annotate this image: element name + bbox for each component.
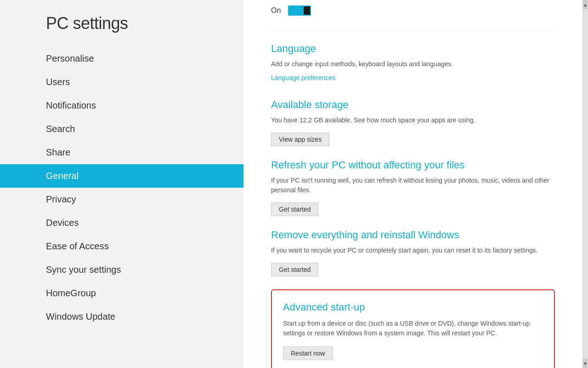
refresh-pc-title: Refresh your PC without affecting your f… (271, 159, 555, 171)
refresh-pc-button[interactable]: Get started (271, 202, 318, 216)
sidebar-item-share[interactable]: Share (0, 141, 243, 164)
remove-everything-title: Remove everything and reinstall Windows (271, 229, 555, 241)
app-title: PC settings (0, 14, 243, 47)
language-title: Language (271, 43, 555, 55)
scroll-up-button[interactable]: ▲ (582, 0, 588, 9)
advanced-startup-title: Advanced start-up (283, 301, 543, 313)
section-refresh-pc: Refresh your PC without affecting your f… (271, 146, 555, 216)
sidebar-item-privacy[interactable]: Privacy (0, 188, 243, 211)
toggle-switch[interactable] (288, 6, 311, 16)
remove-everything-button[interactable]: Get started (271, 263, 318, 276)
scroll-down-button[interactable]: ▼ (582, 359, 588, 368)
scrollbar: ▲ ▼ (582, 0, 588, 368)
section-available-storage: Available storageYou have 12.2 GB availa… (271, 86, 555, 146)
restart-now-button[interactable]: Restart now (283, 346, 333, 360)
sidebar-item-general[interactable]: General (0, 164, 243, 188)
sidebar-item-sync-your-settings[interactable]: Sync your settings (0, 258, 243, 282)
refresh-pc-desc: If your PC isn't running well, you can r… (271, 176, 555, 195)
sidebar: PC settings PersonaliseUsersNotification… (0, 0, 243, 368)
available-storage-title: Available storage (271, 99, 555, 111)
toggle-row: On (271, 0, 555, 30)
toggle-label: On (271, 6, 281, 15)
remove-everything-desc: If you want to recycle your PC or comple… (271, 246, 555, 255)
sidebar-item-users[interactable]: Users (0, 70, 243, 94)
sidebar-item-notifications[interactable]: Notifications (0, 94, 243, 117)
advanced-startup-desc: Start up from a device or disc (such as … (283, 319, 543, 338)
language-desc: Add or change input methods, keyboard la… (271, 59, 555, 69)
section-language: LanguageAdd or change input methods, key… (271, 30, 555, 86)
sidebar-item-windows-update[interactable]: Windows Update (0, 305, 243, 328)
sidebar-item-ease-of-access[interactable]: Ease of Access (0, 235, 243, 258)
sidebar-item-devices[interactable]: Devices (0, 211, 243, 235)
main-content: On LanguageAdd or change input methods, … (243, 0, 582, 368)
sidebar-item-homegroup[interactable]: HomeGroup (0, 282, 243, 305)
sidebar-item-search[interactable]: Search (0, 117, 243, 141)
available-storage-desc: You have 12.2 GB available. See how much… (271, 115, 555, 125)
language-link[interactable]: Language preferences (271, 74, 335, 81)
section-remove-everything: Remove everything and reinstall WindowsI… (271, 216, 555, 276)
toggle-thumb (304, 6, 310, 15)
advanced-startup-box: Advanced start-up Start up from a device… (271, 289, 555, 368)
sidebar-item-personalise[interactable]: Personalise (0, 47, 243, 70)
available-storage-button[interactable]: View app sizes (271, 132, 329, 146)
